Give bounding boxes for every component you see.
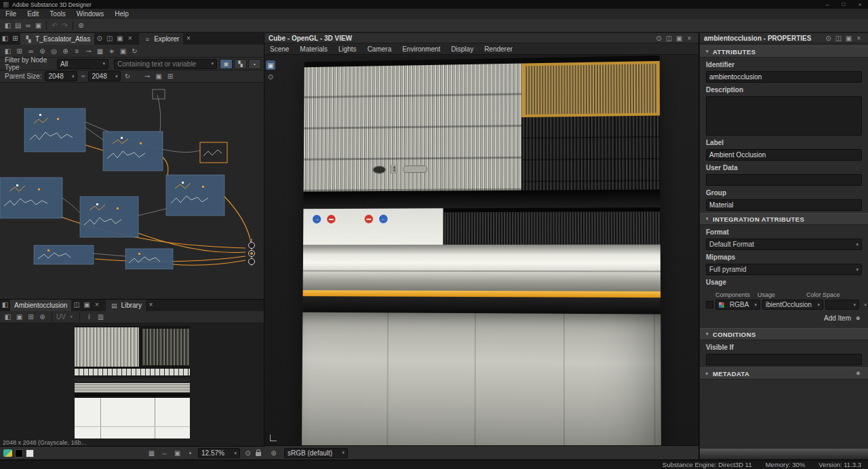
menu-display[interactable]: Display [446, 45, 479, 53]
parent-height-select[interactable]: 2048▾ [88, 71, 121, 81]
close-tab-icon[interactable]: × [684, 33, 694, 43]
split-icon[interactable]: ⊞ [10, 33, 20, 43]
save-icon[interactable]: ▣ [33, 21, 43, 30]
refresh-icon[interactable]: ↻ [130, 46, 140, 56]
menu-tools[interactable]: Tools [44, 10, 71, 18]
channels-icon[interactable] [3, 449, 12, 457]
lighting-icon[interactable]: ⊙ [266, 72, 275, 81]
texture-2d-canvas[interactable]: 2048 x 2048 (Grayscale, 16b... [0, 323, 264, 447]
menu-windows[interactable]: Windows [71, 10, 110, 18]
maximize-panel-icon[interactable]: ▣ [844, 33, 854, 43]
histogram-icon[interactable]: ▥ [96, 312, 106, 322]
pixel-size-icon[interactable]: ▣ [153, 72, 163, 81]
tab-explorer[interactable]: ≡ Explorer [139, 33, 183, 45]
menu-lights[interactable]: Lights [333, 45, 362, 53]
grid-icon[interactable]: ▦ [146, 449, 157, 458]
snap-grid-icon[interactable]: ⊞ [165, 72, 175, 81]
visible-if-input[interactable] [706, 354, 862, 365]
group-input[interactable]: Material [706, 199, 862, 211]
section-attributes[interactable]: ▾ ATTRIBUTES [700, 45, 868, 58]
tiles-icon[interactable]: ▣ [14, 312, 24, 322]
align-icon[interactable]: ≡ [72, 46, 82, 56]
pan-icon[interactable]: ⇔ [159, 449, 170, 458]
add-item-button[interactable]: Add Item ⊕ [700, 310, 868, 326]
preview-icon[interactable]: ▣ [118, 46, 128, 56]
maximize-panel-icon[interactable]: ▣ [115, 33, 125, 43]
menu-edit[interactable]: Edit [22, 10, 44, 18]
close-button[interactable]: × [852, 1, 868, 7]
float-panel-icon[interactable]: ◫ [104, 33, 115, 43]
maximize-panel-icon[interactable]: ▣ [674, 33, 684, 43]
pin-icon[interactable]: ⊙ [654, 33, 664, 43]
search-text-select[interactable]: Containing text or variable▾ [114, 59, 217, 69]
fit-view-icon[interactable]: ▣ [172, 449, 182, 458]
reset-size-icon[interactable]: ↻ [122, 72, 132, 81]
remove-usage-icon[interactable]: × [861, 300, 868, 310]
graph-node[interactable] [200, 142, 227, 163]
add-node-icon[interactable]: ⊕ [60, 46, 71, 56]
map-icon[interactable]: ⊸ [83, 46, 94, 56]
graph-node[interactable] [80, 197, 138, 237]
menu-materials[interactable]: Materials [294, 45, 333, 53]
tab-2d-view[interactable]: Ambientocclusion [10, 300, 71, 311]
show-droplet-toggle[interactable]: • [248, 59, 261, 69]
maximize-button[interactable]: □ [835, 1, 852, 7]
colorspace-row-select[interactable]: ▾ [825, 300, 859, 310]
uv-label[interactable]: UV [56, 313, 66, 321]
graph-node[interactable] [166, 175, 224, 216]
show-images-toggle[interactable]: ▣ [220, 59, 233, 69]
close-tab-icon[interactable]: × [125, 33, 135, 43]
components-select[interactable]: RGBA ▾ [715, 300, 760, 310]
usage-checkbox[interactable] [706, 301, 713, 308]
graph-node[interactable] [34, 245, 94, 264]
close-explorer-icon[interactable]: × [183, 33, 193, 43]
close-tab-icon[interactable]: × [854, 33, 864, 43]
view3d-canvas[interactable]: ▣ ⊙ ▲▲ [264, 55, 698, 445]
info-icon[interactable]: i [84, 312, 94, 322]
tab-graph[interactable]: ▚ T_Escalator_Atlas [20, 33, 94, 45]
comment-icon[interactable]: ∗ [106, 46, 117, 56]
grid-toggle-icon[interactable]: ⊞ [26, 312, 36, 322]
frame-icon[interactable]: ◧ [3, 46, 13, 56]
section-integration-attributes[interactable]: ▾ INTEGRATION ATTRIBUTES [700, 213, 868, 225]
section-conditions[interactable]: ▾ CONDITIONS [700, 328, 868, 340]
maximize-panel-icon[interactable]: ▣ [81, 300, 92, 309]
new-graph-icon[interactable]: ◧ [3, 21, 13, 30]
float-panel-icon[interactable]: ◫ [833, 33, 844, 43]
link-size-icon[interactable]: ∞ [79, 72, 87, 81]
graph-node[interactable] [24, 108, 85, 152]
menu-environment[interactable]: Environment [397, 45, 446, 53]
identifier-input[interactable]: ambientocclusion [706, 71, 862, 83]
label-input[interactable]: Ambient Occlusion [706, 149, 862, 161]
search-icon[interactable]: ◎ [49, 46, 59, 56]
menu-file[interactable]: File [0, 10, 22, 18]
link-icon[interactable]: ∞ [23, 21, 33, 30]
link-mode-icon[interactable]: ∞ [26, 46, 36, 56]
menu-camera[interactable]: Camera [362, 45, 397, 53]
float-panel-icon[interactable]: ◫ [71, 300, 81, 309]
pixel-ratio-icon[interactable]: ⊙ [243, 449, 253, 458]
undo-icon[interactable]: ↶ [50, 21, 60, 30]
filter-select[interactable]: All▾ [57, 59, 108, 69]
gear-icon[interactable]: ⊛ [37, 312, 47, 322]
graph-node[interactable] [125, 249, 173, 269]
dock-icon[interactable]: ◧ [0, 300, 10, 309]
section-metadata[interactable]: ▸ METADATA ⊕ [700, 367, 868, 380]
close-tab-icon[interactable]: × [92, 300, 102, 309]
colorspace-select[interactable]: sRGB (default)▾ [284, 448, 348, 458]
white-swatch[interactable] [26, 449, 34, 457]
minimize-button[interactable]: – [819, 1, 835, 7]
pin-icon[interactable]: ⊙ [94, 33, 104, 43]
lock-icon[interactable] [256, 452, 261, 456]
usage-select[interactable]: ibientOcclusion ▾ [762, 300, 823, 310]
atom-icon[interactable]: ⊛ [37, 46, 47, 56]
format-select[interactable]: Default Format▾ [706, 239, 862, 250]
settings-icon[interactable]: ⊛ [76, 21, 86, 30]
open-icon[interactable]: ▤ [13, 21, 23, 30]
pin-icon[interactable]: ⊙ [823, 33, 833, 43]
black-swatch[interactable] [15, 449, 23, 457]
userdata-input[interactable] [706, 174, 862, 186]
snap-icon[interactable]: ⊞ [14, 46, 24, 56]
menu-renderer[interactable]: Renderer [479, 45, 518, 53]
show-background-toggle[interactable]: ▚ [234, 59, 247, 69]
